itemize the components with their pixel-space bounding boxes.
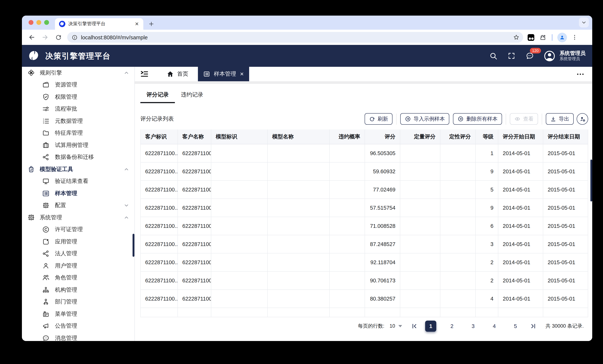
- messages-icon[interactable]: 120: [525, 52, 534, 60]
- reload-icon[interactable]: [54, 33, 63, 42]
- chevron-up-icon: [124, 70, 129, 75]
- export-button[interactable]: 导出: [546, 113, 574, 125]
- page-button-1[interactable]: 1: [425, 320, 436, 331]
- new-tab-button[interactable]: [146, 19, 156, 29]
- sidebar-item-permissions[interactable]: 权限管理: [22, 91, 134, 103]
- extensions-puzzle-icon[interactable]: [540, 34, 546, 41]
- table-row[interactable]: 6222871100... 6222871100... 80.380257 4 …: [140, 290, 588, 308]
- sidebar-section-system-management[interactable]: 系统管理: [22, 212, 134, 224]
- sidebar-item-resources[interactable]: 资源管理: [22, 79, 134, 91]
- view-button[interactable]: 查看: [510, 113, 538, 125]
- folder-icon: [42, 129, 50, 137]
- search-icon[interactable]: [489, 52, 498, 60]
- folder-flap-icon: [42, 81, 50, 89]
- sidebar-item-metadata[interactable]: 123 元数据管理: [22, 115, 134, 127]
- sidebar-collapse-icon[interactable]: [140, 69, 149, 79]
- screen: 决策引擎管理平台 ✕: [0, 0, 603, 364]
- user-avatar-icon[interactable]: [543, 49, 556, 62]
- sidebar-item-validation-results[interactable]: 验证结果查看: [22, 175, 134, 187]
- eye-icon: [514, 116, 521, 122]
- sidebar-item-menus[interactable]: 菜单管理: [22, 308, 134, 320]
- browser-menu-icon[interactable]: [571, 34, 578, 40]
- sidebar-item-configuration[interactable]: 配置: [22, 199, 134, 212]
- col-qualitative-score: 定性评分: [440, 129, 476, 144]
- dark-extension-icon[interactable]: [528, 34, 534, 41]
- breadcrumb-more-icon[interactable]: [576, 69, 585, 79]
- table-row[interactable]: 6222871100... 6222871100... 71.008528 6 …: [140, 217, 588, 235]
- content-scrollbar-thumb[interactable]: [590, 159, 592, 202]
- forward-icon[interactable]: [40, 33, 49, 42]
- browser-tab[interactable]: 决策引擎管理平台 ✕: [55, 18, 143, 30]
- col-model-name: 模型名称: [268, 129, 330, 144]
- url-bar[interactable]: localhost:8080/#/mv/sample: [67, 32, 523, 43]
- import-sample-button[interactable]: 导入示例样本: [400, 113, 449, 125]
- tab-search-chevron-button[interactable]: [579, 17, 589, 27]
- maximize-window-button[interactable]: [44, 20, 49, 25]
- refresh-button[interactable]: 刷新: [365, 113, 393, 125]
- share-nodes-icon: [42, 153, 50, 161]
- page-button-5[interactable]: 5: [510, 323, 521, 329]
- user-info[interactable]: 系统管理员 系统管理员: [559, 50, 586, 62]
- sidebar-section-model-validation[interactable]: 模型验证工具: [22, 163, 134, 175]
- table-row[interactable]: 6222871100... 6222871100... 87.248527 3 …: [140, 235, 588, 253]
- table-row[interactable]: 6222871100... 6222871100... 57.515754 9 …: [140, 199, 588, 217]
- user-settings-button[interactable]: [577, 113, 588, 125]
- browser-profile-avatar[interactable]: [557, 33, 567, 42]
- back-icon[interactable]: [27, 33, 36, 42]
- col-customer-name: 客户名称: [178, 129, 211, 144]
- page-button-3[interactable]: 3: [467, 323, 479, 329]
- notification-badge: 120: [530, 48, 541, 53]
- sidebar-item-announcements[interactable]: 公告管理: [22, 320, 134, 332]
- site-info-icon[interactable]: [72, 34, 78, 40]
- sidebar-item-messages[interactable]: 消息管理: [22, 332, 134, 341]
- breadcrumb: 首页 样本管理 ✕: [135, 67, 592, 81]
- sidebar-item-feature-library[interactable]: 特征库管理: [22, 127, 134, 139]
- last-page-button[interactable]: [530, 323, 536, 329]
- sidebar-item-workflow-approval[interactable]: 流程审批: [22, 103, 134, 115]
- page-button-2[interactable]: 2: [446, 323, 457, 329]
- dropdown-arrow-icon[interactable]: [398, 325, 402, 327]
- rows-per-page-select[interactable]: 10: [390, 323, 395, 329]
- table-row[interactable]: 6222871100... 6222871100... 59.60932 9 2…: [140, 162, 588, 181]
- sidebar-item-legal-entity[interactable]: 法人管理: [22, 248, 134, 260]
- tab-score-records[interactable]: 评分记录: [140, 91, 175, 103]
- fullscreen-icon[interactable]: [508, 52, 515, 60]
- org-tree-icon: [42, 286, 50, 294]
- breadcrumb-tab-sample-management[interactable]: 样本管理 ✕: [198, 67, 249, 81]
- site-favicon-icon: [59, 21, 65, 27]
- table-header-row: 客户标识 客户名称 模型标识 模型名称 违约概率 评分 定量评分 定性评分 等级…: [140, 129, 588, 144]
- col-model-id: 模型标识: [211, 129, 268, 144]
- table-row[interactable]: 6222871100... 6222871100... 77.02469 5 2…: [140, 181, 588, 199]
- close-window-button[interactable]: [29, 20, 34, 25]
- sidebar-item-license[interactable]: 许可证管理: [22, 224, 134, 236]
- sidebar-item-applications[interactable]: 应用管理: [22, 236, 134, 248]
- people-icon: [42, 274, 50, 282]
- page-button-4[interactable]: 4: [489, 323, 500, 329]
- sidebar-item-roles[interactable]: 角色管理: [22, 272, 134, 284]
- home-icon: [167, 70, 174, 78]
- table-row[interactable]: 6222871100... 6222871100... 92.118704 2 …: [140, 253, 588, 272]
- tab-close-icon[interactable]: ✕: [133, 21, 140, 27]
- bag-check-icon: [27, 165, 35, 173]
- table-row[interactable]: 6222871100... 6222871100... 96.505305 1 …: [140, 144, 588, 162]
- sidebar-item-users[interactable]: 用户管理: [22, 260, 134, 272]
- table-row[interactable]: 6222871100... 6222871100... 90.706173 2 …: [140, 272, 588, 290]
- col-grade: 等级: [476, 129, 498, 144]
- sidebar-item-organizations[interactable]: 机构管理: [22, 284, 134, 296]
- bookmark-star-icon[interactable]: [513, 34, 520, 40]
- close-icon[interactable]: ✕: [240, 71, 244, 77]
- col-quantitative-score: 定量评分: [400, 129, 440, 144]
- tab-default-records[interactable]: 违约记录: [175, 91, 209, 103]
- app-title: 决策引擎管理平台: [45, 51, 111, 61]
- minimize-window-button[interactable]: [36, 20, 41, 25]
- sidebar-section-rule-engine[interactable]: 规则引擎: [22, 67, 134, 79]
- sidebar-item-sample-management[interactable]: 样本管理: [22, 187, 134, 199]
- sidebar-item-backup-migration[interactable]: 数据备份和迁移: [22, 151, 134, 163]
- first-page-button[interactable]: [411, 323, 418, 329]
- delete-all-samples-button[interactable]: 删除所有样本: [453, 113, 502, 125]
- url-text[interactable]: localhost:8080/#/mv/sample: [81, 34, 513, 40]
- sidebar-item-departments[interactable]: 部门管理: [22, 296, 134, 308]
- sidebar-item-trial-cases[interactable]: 试算用例管理: [22, 139, 134, 151]
- breadcrumb-home[interactable]: 首页: [167, 70, 188, 78]
- sidebar-scrollbar-thumb[interactable]: [133, 234, 134, 257]
